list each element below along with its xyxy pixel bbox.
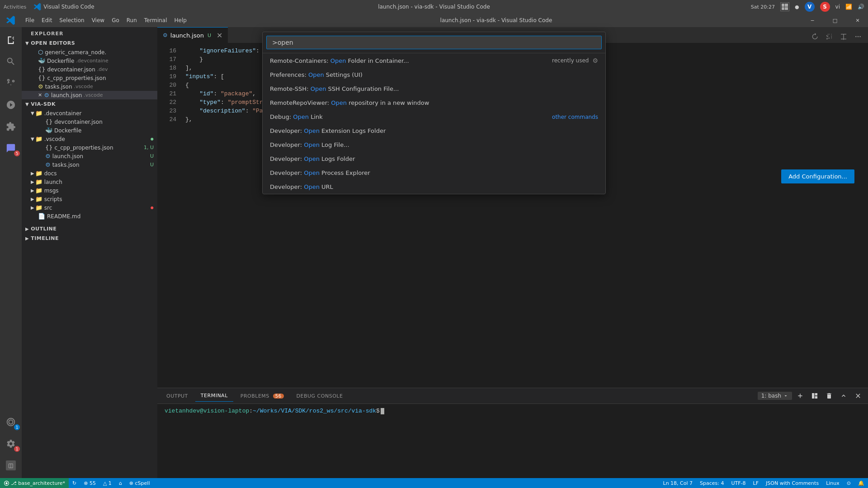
command-item[interactable]: Developer: Open Process Explorer [263, 166, 605, 180]
kill-terminal-button[interactable] [823, 389, 835, 402]
list-item[interactable]: ⚙ launch.json U [22, 152, 157, 160]
indentation-status[interactable]: Spaces: 4 [696, 478, 727, 488]
history-button[interactable] [808, 30, 821, 43]
new-terminal-button[interactable] [794, 389, 807, 402]
list-item[interactable]: ▶ 📁 launch [22, 178, 157, 186]
more-actions-button[interactable] [852, 30, 864, 43]
command-item[interactable]: Developer: Open Log File... [263, 138, 605, 152]
list-item[interactable]: ▶ 📁 docs [22, 169, 157, 178]
compare-button[interactable] [823, 30, 835, 43]
menu-run[interactable]: Run [123, 16, 141, 24]
split-terminal-button[interactable] [808, 389, 821, 402]
list-item[interactable]: ▶ 📁 src ● [22, 203, 157, 212]
add-configuration-button[interactable]: Add Configuration... [781, 169, 854, 183]
list-item[interactable]: {} devcontainer.json [22, 117, 157, 126]
command-item[interactable]: Developer: Open Extension Logs Folder [263, 124, 605, 138]
list-item[interactable]: ⬡ generic_camera_node. [22, 48, 157, 56]
menu-go[interactable]: Go [108, 16, 123, 24]
terminal-content[interactable]: vietanhdev@vision-laptop : ~/Works/VIA/S… [157, 404, 868, 478]
activity-teams[interactable]: 5 [0, 137, 22, 159]
gear-icon[interactable]: ⚙ [592, 57, 598, 64]
tab-problems[interactable]: PROBLEMS 56 [235, 390, 289, 402]
sync-status[interactable]: ↻ [69, 478, 80, 488]
timeline-section[interactable]: ▶ Timeline [22, 234, 157, 243]
list-item[interactable]: ⚙ tasks.json U [22, 160, 157, 169]
activity-search[interactable] [0, 51, 22, 72]
spell-label: ⊗ cSpell [129, 480, 150, 486]
folder-chevron: ▶ [31, 205, 34, 210]
list-item[interactable]: ✕ ⚙ launch.json .vscode [22, 91, 157, 99]
outline-section[interactable]: ▶ Outline [22, 224, 157, 234]
errors-status[interactable]: ⊗ 55 [80, 478, 99, 488]
maximize-button[interactable]: □ [825, 14, 845, 27]
line-ending-status[interactable]: LF [750, 478, 762, 488]
command-item[interactable]: Debug: Open Link other commands [263, 110, 605, 124]
activity-explorer[interactable] [0, 29, 22, 51]
command-item[interactable]: Remote-Containers: Open Folder in Contai… [263, 53, 605, 68]
activity-source-control[interactable] [0, 72, 22, 94]
activity-extensions[interactable] [0, 116, 22, 137]
command-item[interactable]: Developer: Open Logs Folder [263, 152, 605, 166]
os-status[interactable]: Linux [822, 478, 843, 488]
via-sdk-section[interactable]: ▼ VIA-SDK [22, 99, 157, 109]
other-commands-label[interactable]: other commands [552, 114, 598, 120]
activity-run-debug[interactable] [0, 94, 22, 116]
list-item[interactable]: ▼ 📁 .devcontainer [22, 109, 157, 117]
warning-count: △ 1 [103, 480, 112, 486]
feedback-status[interactable]: ⊙ [843, 478, 854, 488]
list-item[interactable]: {} c_cpp_properties.json [22, 74, 157, 82]
list-item[interactable]: 📄 README.md [22, 212, 157, 221]
split-editor-button[interactable] [837, 30, 850, 43]
activity-remote[interactable]: 1 [0, 411, 22, 433]
activities-label[interactable]: Activities [4, 4, 26, 10]
terminal-selector[interactable]: 1: bash [758, 392, 792, 400]
menu-terminal[interactable]: Terminal [141, 16, 171, 24]
list-item[interactable]: ▼ 📁 .vscode ● [22, 135, 157, 143]
close-button[interactable]: ✕ [847, 14, 868, 27]
warnings-status[interactable]: △ 1 [99, 478, 115, 488]
file-icon: ⬡ [38, 49, 43, 56]
home-status[interactable]: ⌂ [115, 478, 126, 488]
list-item[interactable]: {} devcontainer.json .dev [22, 65, 157, 74]
list-item[interactable]: {} c_cpp_properties.json 1, U [22, 143, 157, 152]
minimize-button[interactable]: ─ [802, 14, 823, 27]
close-panel-button[interactable] [852, 389, 864, 402]
maximize-panel-button[interactable] [837, 389, 850, 402]
notification-status[interactable]: 🔔 [854, 478, 868, 488]
tab-close-icon[interactable]: ✕ [217, 31, 222, 40]
menu-view[interactable]: View [88, 16, 108, 24]
tab-debug-console[interactable]: DEBUG CONSOLE [291, 390, 349, 402]
menu-help[interactable]: Help [171, 16, 190, 24]
modified-badge: ● [151, 206, 154, 210]
language-status[interactable]: JSON with Comments [762, 478, 822, 488]
list-item[interactable]: 🐳 Dockerfile .devcontaine [22, 56, 157, 65]
file-icon: ⚙ [45, 153, 51, 160]
list-item[interactable]: ▶ 📁 scripts [22, 195, 157, 203]
command-prefix: Developer: [270, 141, 304, 148]
command-item[interactable]: Developer: Open URL [263, 180, 605, 194]
list-item[interactable]: 🐳 Dockerfile [22, 126, 157, 135]
command-item[interactable]: Preferences: Open Settings (UI) [263, 68, 605, 82]
settings-badge: 1 [14, 446, 20, 452]
activity-settings[interactable]: 1 [0, 433, 22, 455]
command-palette[interactable]: Remote-Containers: Open Folder in Contai… [262, 32, 606, 194]
cursor-position[interactable]: Ln 18, Col 7 [660, 478, 697, 488]
terminal-separator: : [249, 408, 253, 414]
command-prefix: Developer: [270, 155, 304, 162]
activity-account[interactable]: ◫ [0, 455, 22, 476]
tab-output[interactable]: OUTPUT [161, 390, 193, 402]
remote-status[interactable]: ⎇ base_architecture* [0, 478, 69, 488]
spell-status[interactable]: ⊗ cSpell [126, 478, 154, 488]
menu-edit[interactable]: Edit [38, 16, 56, 24]
command-input[interactable] [266, 36, 602, 49]
list-item[interactable]: ▶ 📁 msgs [22, 186, 157, 195]
menu-selection[interactable]: Selection [56, 16, 88, 24]
tab-launch-json[interactable]: ⚙ launch.json U ✕ [157, 27, 228, 43]
tab-terminal[interactable]: TERMINAL [195, 390, 233, 402]
list-item[interactable]: ⚙ tasks.json .vscode [22, 82, 157, 91]
command-item[interactable]: RemoteRepoViewer: Open repository in a n… [263, 96, 605, 110]
encoding-status[interactable]: UTF-8 [728, 478, 750, 488]
menu-file[interactable]: File [22, 16, 38, 24]
command-item[interactable]: Remote-SSH: Open SSH Configuration File.… [263, 82, 605, 96]
open-editors-section[interactable]: ▼ Open Editors [22, 38, 157, 48]
